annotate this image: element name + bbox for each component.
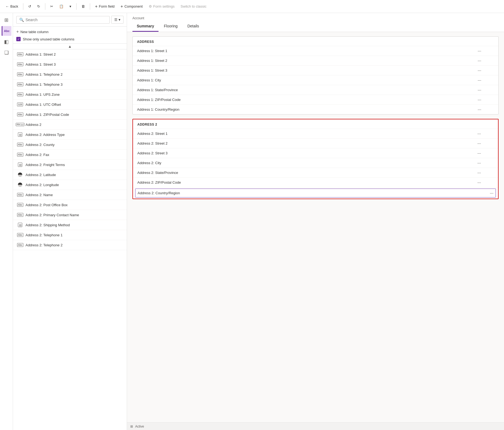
- form-row[interactable]: Address 1: ZIP/Postal Code ---: [133, 95, 498, 104]
- tab-bar: SummaryFlooringDetails: [132, 21, 499, 32]
- field-row-value: ---: [478, 78, 494, 82]
- list-item[interactable]: Abc Address 1: Street 2: [13, 49, 127, 59]
- list-item[interactable]: Abc Address 1: UPS Zone: [13, 90, 127, 100]
- list-item[interactable]: Abc Address 2: Telephone 1: [13, 230, 127, 240]
- text-field-icon: Abc: [17, 113, 23, 116]
- list-item[interactable]: Address 2: Latitude: [13, 170, 127, 180]
- field-type-icon: Abc: [17, 62, 23, 67]
- list-item[interactable]: Abc Address 1: ZIP/Postal Code: [13, 110, 127, 120]
- back-button[interactable]: ← Back: [3, 3, 20, 9]
- list-item[interactable]: Abc Address 2: Primary Contact Name: [13, 210, 127, 220]
- filter-button[interactable]: ☰ ▾: [111, 16, 123, 24]
- list-item[interactable]: Address 2: Longitude: [13, 180, 127, 190]
- list-item[interactable]: Abc Address 2: Name: [13, 190, 127, 200]
- dropdown-field-icon: ▤: [18, 132, 22, 137]
- field-row-label: Address 2: ZIP/Postal Code: [137, 180, 477, 184]
- tab-summary[interactable]: Summary: [132, 21, 159, 32]
- field-row-label: Address 1: City: [137, 78, 478, 82]
- form-row[interactable]: Address 2: Street 2 ---: [133, 138, 498, 148]
- form-section-0[interactable]: ADDRESS Address 1: Street 1 --- Address …: [132, 36, 499, 114]
- text-field-icon: Abc: [17, 213, 23, 217]
- form-section-1[interactable]: ADDRESS 2 Address 2: Street 1 --- Addres…: [132, 119, 499, 199]
- plus-icon-component: +: [121, 4, 123, 9]
- field-type-icon: Abc: [17, 192, 23, 198]
- tab-flooring[interactable]: Flooring: [160, 21, 182, 32]
- form-row[interactable]: Address 1: Country/Region ---: [133, 104, 498, 114]
- field-row-label: Address 2: City: [137, 161, 477, 165]
- field-name-label: Address 2: Shipping Method: [26, 223, 70, 227]
- list-item[interactable]: ▤ Address 2: Shipping Method: [13, 220, 127, 230]
- field-type-icon: Abc: [17, 212, 23, 218]
- form-row[interactable]: Address 2: Street 1 ---: [133, 129, 498, 138]
- list-item[interactable]: Abc Address 1: Street 3: [13, 59, 127, 69]
- list-item[interactable]: Abc Address 2: Fax: [13, 150, 127, 160]
- status-label: Active: [135, 425, 144, 428]
- form-row[interactable]: Address 1: City ---: [133, 75, 498, 85]
- form-settings-button[interactable]: ⚙ Form settings: [147, 3, 177, 9]
- list-item[interactable]: Abcdef Address 2: [13, 120, 127, 130]
- separator-4: [90, 3, 90, 10]
- paste-button[interactable]: 📋: [57, 3, 66, 9]
- search-input[interactable]: [26, 18, 107, 22]
- tab-details[interactable]: Details: [183, 21, 203, 32]
- list-item[interactable]: Abc Address 1: Telephone 2: [13, 69, 127, 79]
- delete-icon: 🗑: [81, 4, 85, 8]
- field-row-value: ---: [478, 88, 494, 92]
- field-type-icon: Abcdef: [17, 122, 23, 127]
- field-row-label: Address 1: Street 3: [137, 68, 478, 72]
- cut-button[interactable]: ✂: [48, 3, 55, 9]
- undo-button[interactable]: ↺: [26, 3, 33, 9]
- form-row[interactable]: Address 2: Street 3 ---: [133, 148, 498, 158]
- list-item[interactable]: 123 Address 1: UTC Offset: [13, 100, 127, 110]
- field-name-label: Address 2: Telephone 1: [26, 233, 62, 237]
- circle-field-icon: [18, 183, 22, 187]
- undo-icon: ↺: [28, 4, 31, 8]
- main-content: Account SummaryFlooringDetails ADDRESS A…: [127, 13, 504, 430]
- form-row[interactable]: Address 1: Street 2 ---: [133, 56, 498, 65]
- field-type-icon: Abc: [17, 152, 23, 157]
- dropdown-button[interactable]: ▾: [67, 3, 74, 9]
- sidebar-icon-dashboard[interactable]: ⊞: [2, 15, 11, 25]
- form-field-button[interactable]: + Form field: [93, 3, 117, 10]
- list-item[interactable]: Abc Address 2: County: [13, 140, 127, 150]
- switch-to-classic-button[interactable]: Switch to classic: [178, 3, 208, 9]
- field-type-icon: ▤: [17, 162, 23, 167]
- text-field-icon: Abc: [17, 62, 23, 66]
- show-unused-checkbox[interactable]: [16, 37, 21, 41]
- filter-icon: ☰: [114, 18, 118, 22]
- sidebar-icon-layers[interactable]: ◧: [2, 37, 11, 47]
- field-name-label: Address 2: Latitude: [26, 173, 56, 177]
- form-row[interactable]: Address 2: Country/Region ---: [133, 187, 498, 199]
- new-column-button[interactable]: + New table column: [16, 29, 123, 35]
- form-row[interactable]: Address 2: City ---: [133, 158, 498, 168]
- delete-button[interactable]: 🗑: [79, 3, 87, 9]
- form-row[interactable]: Address 1: State/Province ---: [133, 85, 498, 95]
- paste-icon: 📋: [59, 4, 64, 8]
- account-label: Account: [132, 15, 499, 21]
- search-bar: 🔍 ☰ ▾: [13, 13, 127, 27]
- field-row-value: ---: [477, 161, 494, 165]
- sidebar-icon-components[interactable]: ❑: [2, 48, 11, 58]
- list-item[interactable]: Abc Address 2: Telephone 2: [13, 240, 127, 250]
- list-item[interactable]: Abc Address 2: Post Office Box: [13, 200, 127, 210]
- text-field-icon: Abc: [17, 82, 23, 86]
- list-item[interactable]: Abc Address 1: Telephone 3: [13, 79, 127, 90]
- selected-field-row[interactable]: Address 2: Country/Region ---: [135, 189, 496, 198]
- component-button[interactable]: + Component: [118, 3, 145, 10]
- field-row-label: Address 2: Street 1: [137, 132, 477, 136]
- left-panel: 🔍 ☰ ▾ + New table column Show only unuse…: [13, 13, 127, 430]
- form-row[interactable]: Address 1: Street 1 ---: [133, 46, 498, 56]
- list-item[interactable]: ▤ Address 2: Freight Terms: [13, 160, 127, 170]
- field-type-icon: Abc: [17, 232, 23, 238]
- field-name-label: Address 2: Name: [26, 193, 53, 197]
- field-name-label: Address 1: ZIP/Postal Code: [26, 113, 69, 117]
- scroll-up-arrow-icon[interactable]: ▲: [68, 44, 72, 49]
- sidebar-icon-fields[interactable]: Abc: [2, 26, 11, 36]
- form-row[interactable]: Address 2: State/Province ---: [133, 168, 498, 177]
- redo-button[interactable]: ↻: [35, 3, 42, 9]
- form-row[interactable]: Address 1: Street 3 ---: [133, 65, 498, 75]
- list-item[interactable]: ▤ Address 2: Address Type: [13, 130, 127, 140]
- form-row[interactable]: Address 2: ZIP/Postal Code ---: [133, 177, 498, 187]
- text-field-icon: Abc: [17, 93, 23, 96]
- show-unused-row[interactable]: Show only unused table columns: [16, 37, 123, 41]
